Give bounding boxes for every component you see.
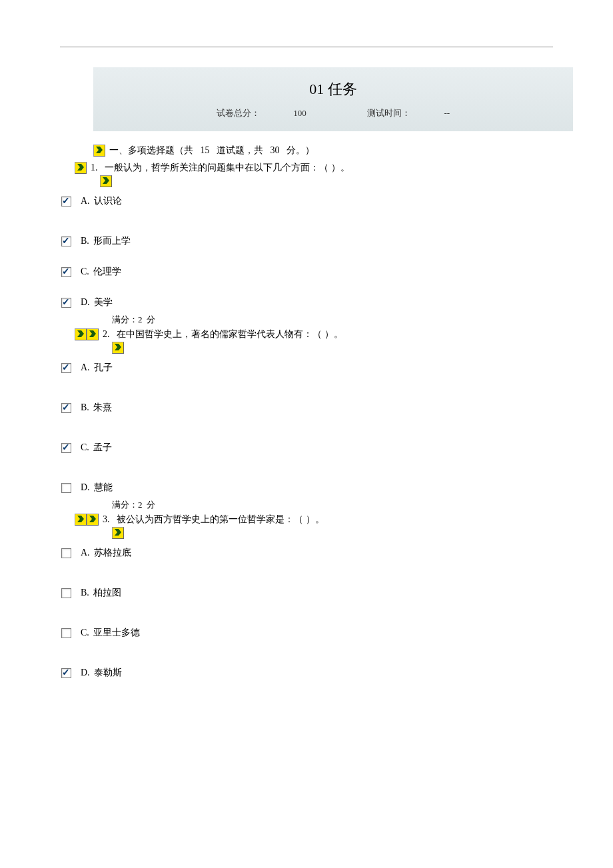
arrow-icon (112, 342, 124, 354)
arrow-icon (87, 328, 99, 340)
checkbox[interactable] (61, 298, 71, 308)
option-label: D.慧能 (81, 482, 113, 494)
question-text: 2. 在中国哲学史上，著名的儒家哲学代表人物有：（ ）。 (103, 328, 343, 340)
option-row: C.伦理学 (60, 266, 553, 278)
time-label: 测试时间： -- (352, 108, 464, 118)
icon-row (112, 527, 553, 539)
option-label: C.伦理学 (81, 266, 121, 278)
option-row: A.孔子 (60, 362, 553, 374)
icon-row (100, 175, 553, 187)
question-text: 1. 一般认为，哲学所关注的问题集中在以下几个方面：（ ）。 (91, 162, 350, 174)
icon-row (112, 342, 553, 354)
option-row: D.慧能 (60, 482, 553, 494)
header-sub: 试卷总分： 100 测试时间： -- (93, 107, 573, 119)
option-row: D.美学 (60, 296, 553, 308)
section-header: 一、多项选择题（共 15 道试题，共 30 分。） (93, 145, 553, 157)
checkbox[interactable] (61, 483, 71, 493)
option-row: B.形而上学 (60, 235, 553, 247)
checkbox[interactable] (61, 588, 71, 598)
top-divider (60, 47, 553, 47)
arrow-icon (100, 175, 112, 187)
score-label: 试卷总分： 100 (202, 108, 321, 118)
option-label: C.亚里士多德 (81, 627, 140, 639)
option-label: C.孟子 (81, 442, 112, 454)
checkbox[interactable] (61, 628, 71, 638)
question-header-3: 3. 被公认为西方哲学史上的第一位哲学家是：（ ）。 (75, 514, 553, 526)
checkbox[interactable] (61, 236, 71, 246)
arrow-icon (87, 514, 99, 526)
option-row: A.认识论 (60, 195, 553, 207)
question-header-1: 1. 一般认为，哲学所关注的问题集中在以下几个方面：（ ）。 (75, 162, 553, 174)
option-row: C.孟子 (60, 442, 553, 454)
option-label: B.朱熹 (81, 402, 112, 414)
arrow-icon (112, 527, 124, 539)
option-row: B.朱熹 (60, 402, 553, 414)
option-label: B.形而上学 (81, 235, 131, 247)
option-row: D.泰勒斯 (60, 667, 553, 679)
option-label: D.泰勒斯 (81, 667, 122, 679)
score-line: 满分：2 分 (112, 499, 553, 511)
score-line: 满分：2 分 (112, 314, 553, 326)
arrow-icon (75, 514, 87, 526)
page-container: 01 任务 试卷总分： 100 测试时间： -- 一、多项选择题（共 15 道试… (0, 0, 613, 699)
option-label: B.柏拉图 (81, 587, 121, 599)
option-row: A.苏格拉底 (60, 547, 553, 559)
question-header-2: 2. 在中国哲学史上，著名的儒家哲学代表人物有：（ ）。 (75, 328, 553, 340)
question-text: 3. 被公认为西方哲学史上的第一位哲学家是：（ ）。 (103, 514, 324, 526)
option-label: D.美学 (81, 296, 113, 308)
option-label: A.苏格拉底 (81, 547, 131, 559)
page-title: 01 任务 (93, 79, 573, 99)
option-row: C.亚里士多德 (60, 627, 553, 639)
checkbox[interactable] (61, 403, 71, 413)
checkbox[interactable] (61, 443, 71, 453)
arrow-icon (75, 328, 87, 340)
checkbox[interactable] (61, 363, 71, 373)
checkbox[interactable] (61, 267, 71, 277)
arrow-icon (93, 145, 105, 157)
section-text: 一、多项选择题（共 15 道试题，共 30 分。） (109, 145, 314, 157)
checkbox[interactable] (61, 548, 71, 558)
arrow-icon (75, 162, 87, 174)
checkbox[interactable] (61, 668, 71, 678)
checkbox[interactable] (61, 197, 71, 207)
option-label: A.认识论 (81, 195, 122, 207)
option-row: B.柏拉图 (60, 587, 553, 599)
header-box: 01 任务 试卷总分： 100 测试时间： -- (93, 67, 573, 131)
option-label: A.孔子 (81, 362, 113, 374)
